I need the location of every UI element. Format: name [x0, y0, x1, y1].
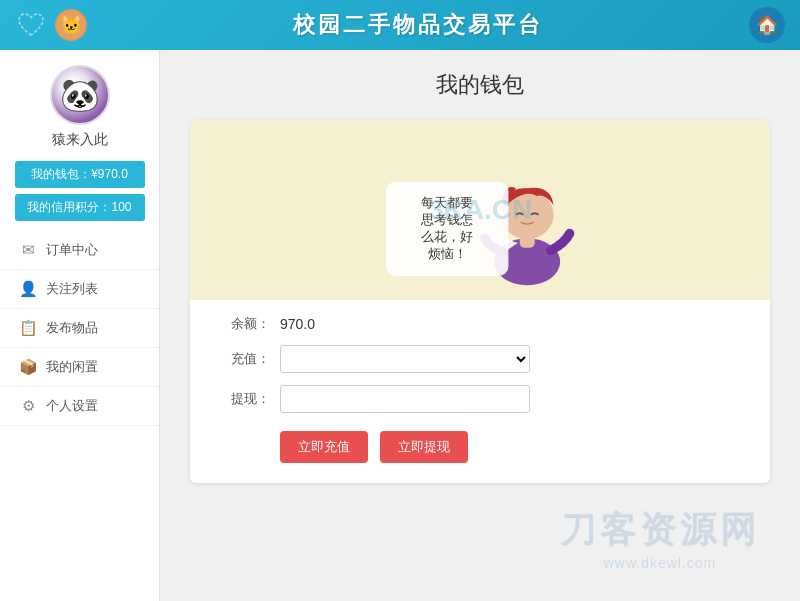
withdraw-button[interactable]: 立即提现 — [380, 431, 468, 463]
cartoon-svg: 每天都要 思考钱怎 么花，好 烦恼！ — [339, 130, 621, 290]
action-buttons: 立即充值 立即提现 — [220, 431, 740, 463]
sidebar-item-publish[interactable]: 📋 发布物品 — [0, 309, 159, 348]
sidebar-item-idle[interactable]: 📦 我的闲置 — [0, 348, 159, 387]
cat-icon: 🐱 — [55, 9, 87, 41]
withdraw-label: 提现： — [220, 390, 270, 408]
balance-row: 余额： 970.0 — [220, 315, 740, 333]
sidebar-item-publish-label: 发布物品 — [46, 319, 98, 337]
recharge-row: 充值： 10元 50元 100元 200元 — [220, 345, 740, 373]
sidebar-item-settings[interactable]: ⚙ 个人设置 — [0, 387, 159, 426]
sidebar-item-order-label: 订单中心 — [46, 241, 98, 259]
idle-icon: 📦 — [18, 357, 38, 377]
svg-text:烦恼！: 烦恼！ — [428, 246, 467, 261]
avatar: 🐼 — [50, 65, 110, 125]
sidebar-item-settings-label: 个人设置 — [46, 397, 98, 415]
balance-value: 970.0 — [280, 316, 315, 332]
settings-icon: ⚙ — [18, 396, 38, 416]
sidebar-item-follow[interactable]: 👤 关注列表 — [0, 270, 159, 309]
main-layout: 🐼 猿来入此 我的钱包：¥970.0 我的信用积分：100 ✉ 订单中心 👤 关… — [0, 50, 800, 601]
heart-icon — [15, 11, 47, 39]
sidebar-menu: ✉ 订单中心 👤 关注列表 📋 发布物品 📦 我的闲置 ⚙ 个人设置 — [0, 231, 159, 426]
recharge-label: 充值： — [220, 350, 270, 368]
withdraw-row: 提现： — [220, 385, 740, 413]
home-button[interactable]: 🏠 — [749, 7, 785, 43]
header: 🐱 校园二手物品交易平台 🏠 — [0, 0, 800, 50]
content-area: 我的钱包 3KA.CN — [160, 50, 800, 601]
sidebar-item-order[interactable]: ✉ 订单中心 — [0, 231, 159, 270]
credit-score-button[interactable]: 我的信用积分：100 — [15, 194, 145, 221]
wallet-illustration: 3KA.CN — [190, 120, 770, 300]
header-icons: 🐱 — [15, 9, 87, 41]
recharge-button[interactable]: 立即充值 — [280, 431, 368, 463]
sidebar: 🐼 猿来入此 我的钱包：¥970.0 我的信用积分：100 ✉ 订单中心 👤 关… — [0, 50, 160, 601]
publish-icon: 📋 — [18, 318, 38, 338]
svg-text:每天都要: 每天都要 — [421, 195, 473, 210]
order-icon: ✉ — [18, 240, 38, 260]
page-title: 我的钱包 — [190, 70, 770, 100]
balance-label: 余额： — [220, 315, 270, 333]
wallet-card: 3KA.CN — [190, 120, 770, 483]
follow-icon: 👤 — [18, 279, 38, 299]
svg-text:么花，好: 么花，好 — [421, 229, 473, 244]
header-title: 校园二手物品交易平台 — [87, 10, 749, 40]
svg-text:思考钱怎: 思考钱怎 — [420, 212, 473, 227]
wallet-balance-button[interactable]: 我的钱包：¥970.0 — [15, 161, 145, 188]
user-name: 猿来入此 — [52, 131, 108, 149]
sidebar-item-idle-label: 我的闲置 — [46, 358, 98, 376]
wallet-form: 余额： 970.0 充值： 10元 50元 100元 200元 提现： — [190, 300, 770, 483]
user-profile: 🐼 猿来入此 — [50, 65, 110, 149]
withdraw-input[interactable] — [280, 385, 530, 413]
recharge-select[interactable]: 10元 50元 100元 200元 — [280, 345, 530, 373]
sidebar-item-follow-label: 关注列表 — [46, 280, 98, 298]
